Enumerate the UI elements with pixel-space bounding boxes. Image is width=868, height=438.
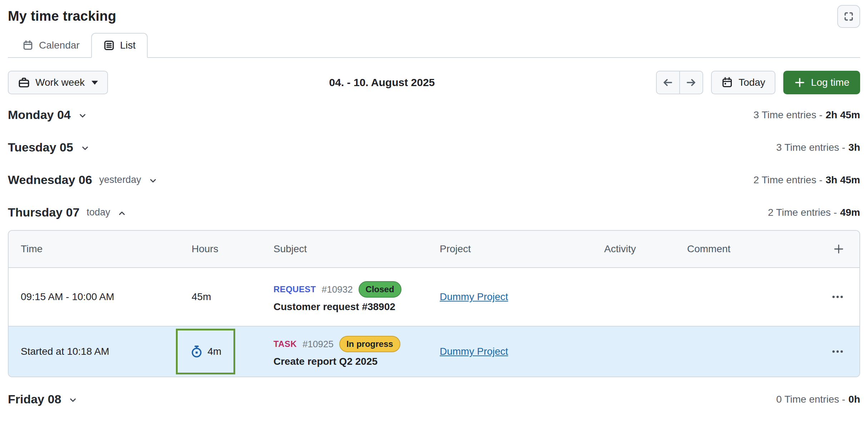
chevron-up-icon — [117, 209, 127, 218]
chevron-down-icon — [78, 111, 87, 120]
log-time-button[interactable]: Log time — [783, 71, 860, 94]
column-header-hours: Hours — [192, 243, 273, 255]
work-package-id: #10925 — [302, 339, 334, 350]
view-mode-label: Work week — [35, 77, 85, 88]
calendar-icon — [22, 40, 34, 51]
row-actions-button[interactable] — [829, 343, 847, 360]
column-header-comment: Comment — [687, 243, 827, 255]
column-header-activity: Activity — [604, 243, 687, 255]
next-week-button[interactable] — [680, 71, 703, 94]
page-header: My time tracking — [8, 5, 860, 28]
day-summary: 2 Time entries -3h 45m — [754, 174, 860, 186]
view-mode-dropdown[interactable]: Work week — [8, 71, 108, 94]
fullscreen-button[interactable] — [837, 5, 860, 28]
day-name: Monday 04 — [8, 108, 71, 122]
briefcase-icon — [18, 76, 30, 89]
day-toggle-wednesday[interactable]: Wednesday 06 yesterday — [8, 173, 158, 187]
day-section-friday: Friday 08 0 Time entries -0h — [8, 383, 860, 415]
work-package-type: TASK — [273, 339, 297, 349]
day-toggle-friday[interactable]: Friday 08 — [8, 392, 78, 406]
status-badge: Closed — [359, 281, 401, 297]
row-actions-button[interactable] — [829, 288, 847, 306]
entry-subject: REQUEST #10932 Closed Customer request #… — [273, 281, 440, 312]
entry-project: Dummy Project — [440, 346, 604, 357]
time-entry-row: 09:15 AM - 10:00 AM 45m REQUEST #10932 C… — [9, 267, 859, 326]
day-summary: 3 Time entries -3h — [776, 142, 860, 153]
stopwatch-icon — [190, 345, 203, 358]
previous-week-button[interactable] — [656, 71, 680, 94]
day-toggle-thursday[interactable]: Thursday 07 today — [8, 205, 127, 219]
tab-list-label: List — [120, 40, 136, 51]
entry-project: Dummy Project — [440, 291, 604, 303]
table-header-row: Time Hours Subject Project Activity Comm… — [9, 231, 859, 267]
day-tag: today — [87, 207, 110, 218]
project-link[interactable]: Dummy Project — [440, 346, 508, 357]
log-time-label: Log time — [811, 77, 849, 88]
day-name: Wednesday 06 — [8, 173, 92, 187]
status-badge: In progress — [339, 336, 400, 352]
project-link[interactable]: Dummy Project — [440, 291, 508, 302]
work-package-link[interactable]: Create report Q2 2025 — [273, 356, 440, 367]
column-header-time: Time — [9, 243, 192, 255]
toolbar: Work week 04. - 10. August 2025 — [8, 71, 860, 94]
entry-hours: 45m — [192, 291, 273, 303]
chevron-down-icon — [80, 144, 90, 153]
running-duration: 4m — [208, 346, 222, 357]
day-toggle-tuesday[interactable]: Tuesday 05 — [8, 140, 90, 154]
calendar-today-icon — [721, 76, 733, 89]
tab-list[interactable]: List — [91, 33, 148, 58]
entry-hours: 4m — [192, 329, 273, 374]
entry-time: Started at 10:18 AM — [9, 346, 192, 357]
day-tag: yesterday — [99, 174, 141, 185]
tab-calendar[interactable]: Calendar — [11, 34, 91, 57]
add-column-button[interactable] — [831, 241, 847, 257]
work-package-type: REQUEST — [273, 284, 316, 294]
time-entry-row-active: Started at 10:18 AM 4m — [9, 326, 859, 377]
day-name: Friday 08 — [8, 392, 61, 406]
list-icon — [103, 40, 115, 51]
kebab-icon — [831, 290, 844, 304]
entry-subject: TASK #10925 In progress Create report Q2… — [273, 336, 440, 367]
day-section-thursday: Thursday 07 today 2 Time entries -49m Ti… — [8, 196, 860, 377]
view-tabs: Calendar List — [8, 33, 860, 58]
today-button[interactable]: Today — [711, 71, 775, 94]
my-time-tracking-page: My time tracking — [0, 0, 868, 415]
annotation-highlight-box: 4m — [176, 329, 235, 374]
chevron-down-icon — [68, 395, 78, 405]
today-label: Today — [739, 77, 765, 88]
plus-icon — [833, 243, 844, 255]
week-nav — [656, 71, 703, 94]
day-toggle-monday[interactable]: Monday 04 — [8, 108, 87, 122]
plus-icon — [794, 77, 805, 88]
work-package-id: #10932 — [322, 284, 353, 295]
chevron-down-icon — [148, 176, 158, 185]
date-range: 04. - 10. August 2025 — [108, 76, 656, 89]
page-title: My time tracking — [8, 9, 116, 24]
day-name: Tuesday 05 — [8, 140, 73, 154]
arrow-right-icon — [685, 77, 697, 88]
column-header-subject: Subject — [273, 243, 440, 255]
column-header-project: Project — [440, 243, 604, 255]
time-entries-table: Time Hours Subject Project Activity Comm… — [8, 230, 860, 377]
arrow-left-icon — [662, 77, 674, 88]
day-summary: 3 Time entries -2h 45m — [754, 109, 860, 121]
day-section-wednesday: Wednesday 06 yesterday 2 Time entries -3… — [8, 164, 860, 196]
tab-calendar-label: Calendar — [39, 40, 80, 51]
work-package-link[interactable]: Customer request #38902 — [273, 301, 440, 313]
caret-down-icon — [92, 81, 98, 85]
day-name: Thursday 07 — [8, 205, 79, 219]
day-summary: 0 Time entries -0h — [776, 394, 860, 405]
expand-icon — [843, 11, 854, 22]
kebab-icon — [831, 345, 844, 358]
day-section-tuesday: Tuesday 05 3 Time entries -3h — [8, 131, 860, 164]
entry-time: 09:15 AM - 10:00 AM — [9, 291, 192, 303]
day-summary: 2 Time entries -49m — [768, 207, 860, 218]
day-section-monday: Monday 04 3 Time entries -2h 45m — [8, 99, 860, 131]
